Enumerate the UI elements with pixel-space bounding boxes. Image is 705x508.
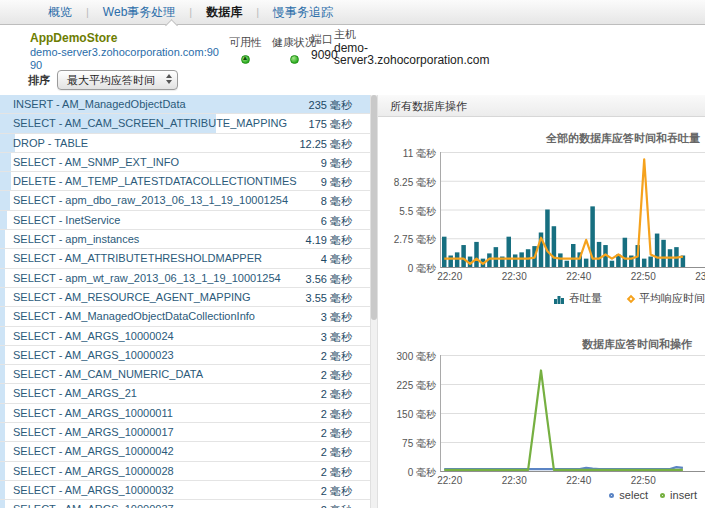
query-row[interactable]: SELECT - AM_CAM_SCREEN_ATTRIBUTE_MAPPING… [0,114,370,133]
scrollbar-thumb[interactable] [371,95,377,320]
chart2-legend: selectinsert [609,489,697,501]
query-name: DELETE - AM_TEMP_LATESTDATACOLLECTIONTIM… [13,175,297,187]
query-name: SELECT - AM_ARGS_10000037 [13,503,174,508]
query-name: SELECT - AM_ManagedObjectDataCollectionI… [13,310,255,322]
query-duration-bar [0,481,5,499]
legend-item-2[interactable]: insert [660,489,697,501]
query-name: SELECT - AM_ARGS_10000042 [13,445,174,457]
query-value: 2 毫秒 [321,407,352,422]
query-row[interactable]: SELECT - AM_ManagedObjectDataCollectionI… [0,307,370,326]
query-row[interactable]: SELECT - AM_ARGS_100000322 毫秒 [0,481,370,500]
x-axis-label: 22:40 [566,271,591,282]
availability-label: 可用性 [229,35,262,50]
tab-strip: 概览|Web事务处理|数据库|慢事务追踪 [34,4,347,21]
query-value: 2 毫秒 [321,503,352,508]
query-row[interactable]: SELECT - AM_SNMP_EXT_INFO9 毫秒 [0,153,370,172]
app-title: AppDemoStore [30,31,117,45]
query-name: SELECT - apm_dbo_raw_2013_06_13_1_19_100… [13,194,288,206]
x-axis-label: 22:30 [502,475,527,486]
query-row[interactable]: SELECT - apm_wt_raw_2013_06_13_1_19_1000… [0,269,370,288]
query-name: SELECT - apm_instances [13,233,139,245]
query-name: SELECT - AM_CAM_NUMERIC_DATA [13,368,203,380]
legend-label: insert [670,489,697,501]
query-row[interactable]: SELECT - AM_ARGS_100000243 毫秒 [0,327,370,346]
query-row[interactable]: SELECT - AM_ARGS_100000112 毫秒 [0,404,370,423]
bar-chart-icon [554,294,564,304]
query-name: SELECT - AM_ARGS_10000032 [13,484,174,496]
sort-selected-option: 最大平均应答时间 [67,73,155,88]
query-duration-bar [0,442,5,460]
query-row[interactable]: SELECT - AM_ARGS_212 毫秒 [0,384,370,403]
vertical-scrollbar[interactable] [370,95,378,508]
query-value: 6 毫秒 [321,214,352,229]
query-duration-bar [0,269,5,287]
query-name: SELECT - AM_SNMP_EXT_INFO [13,156,179,168]
query-row[interactable]: DELETE - AM_TEMP_LATESTDATACOLLECTIONTIM… [0,172,370,191]
query-row[interactable]: SELECT - apm_dbo_raw_2013_06_13_1_19_100… [0,191,370,210]
x-axis-label: 22:30 [502,271,527,282]
query-value: 3 毫秒 [321,310,352,325]
x-axis-label: 23:00 [695,271,705,282]
y-axis-label: 300 毫秒 [378,350,436,364]
y-axis-label: 0 毫秒 [378,262,436,276]
y-axis-label: 75 毫秒 [378,437,436,451]
query-row[interactable]: SELECT - AM_ARGS_100000232 毫秒 [0,346,370,365]
y-axis-label: 0 毫秒 [378,466,436,480]
chart2-svg [441,355,705,471]
sort-label: 排序 [28,73,50,88]
sort-select[interactable]: 最大平均应答时间 [57,70,178,90]
query-row[interactable]: SELECT - apm_instances4.19 毫秒 [0,230,370,249]
query-name: SELECT - InetService [13,214,120,226]
query-row[interactable]: SELECT - AM_ARGS_100000422 毫秒 [0,442,370,461]
query-duration-bar [0,327,5,345]
query-name: SELECT - AM_ATTRIBUTETHRESHOLDMAPPER [13,252,262,264]
chart-response-time-operations: 数据库应答时间和操作 22:2022:3022:4022:50 selectin… [378,337,705,508]
query-row[interactable]: SELECT - AM_ARGS_100000172 毫秒 [0,423,370,442]
query-name: SELECT - AM_CAM_SCREEN_ATTRIBUTE_MAPPING [13,117,287,129]
query-name: SELECT - AM_ARGS_10000017 [13,426,174,438]
query-row[interactable]: SELECT - InetService6 毫秒 [0,211,370,230]
tab-overview[interactable]: 概览 [34,4,86,21]
query-row[interactable]: SELECT - AM_ARGS_100000282 毫秒 [0,462,370,481]
y-axis-label: 5.5 毫秒 [378,205,436,219]
query-row[interactable]: SELECT - AM_ARGS_100000372 毫秒 [0,500,370,508]
select-stepper-icon [166,74,172,84]
panel-header: 所有数据库操作 [378,95,705,117]
y-axis-label: 8.25 毫秒 [378,176,436,190]
query-duration-bar [0,153,11,171]
query-duration-bar [0,462,5,480]
query-name: SELECT - apm_wt_raw_2013_06_13_1_19_1000… [13,272,281,284]
query-row[interactable]: SELECT - AM_CAM_NUMERIC_DATA2 毫秒 [0,365,370,384]
y-axis-label: 11 毫秒 [378,147,436,161]
app-page: 概览|Web事务处理|数据库|慢事务追踪 AppDemoStore demo-s… [0,0,705,508]
database-operations-panel: 所有数据库操作 全部的数据库应答时间和吞吐量 22:2022:3022:4022… [378,95,705,508]
query-row[interactable]: DROP - TABLE12.25 毫秒 [0,134,370,153]
query-value: 175 毫秒 [309,117,352,132]
legend-item-2[interactable]: 平均响应时间 [628,291,705,306]
query-value: 2 毫秒 [321,426,352,441]
query-duration-bar [0,500,5,508]
query-name: SELECT - AM_ARGS_10000024 [13,330,174,342]
query-duration-bar [0,346,5,364]
query-value: 12.25 毫秒 [299,137,352,152]
query-list: INSERT - AM_ManagedObjectData235 毫秒SELEC… [0,95,370,508]
chart1-legend: 吞吐量平均响应时间 [554,291,705,306]
availability-stat: 可用性 ▴ [229,35,262,68]
x-axis-label: 22:20 [437,271,462,282]
availability-status-icon: ▴ [241,55,250,64]
tab-database[interactable]: 数据库 [192,4,256,21]
legend-item-1[interactable]: 吞吐量 [554,291,602,306]
legend-item-1[interactable]: select [609,489,648,501]
query-row[interactable]: INSERT - AM_ManagedObjectData235 毫秒 [0,95,370,114]
chart1-title: 全部的数据库应答时间和吞吐量 [546,131,700,146]
query-row[interactable]: SELECT - AM_RESOURCE_AGENT_MAPPING3.55 毫… [0,288,370,307]
query-row[interactable]: SELECT - AM_ATTRIBUTETHRESHOLDMAPPER4 毫秒 [0,249,370,268]
legend-label: 吞吐量 [569,291,602,306]
query-duration-bar [0,404,5,422]
query-name: SELECT - AM_ARGS_10000011 [13,407,173,419]
main-content: INSERT - AM_ManagedObjectData235 毫秒SELEC… [0,95,705,508]
tab-web-transactions[interactable]: Web事务处理 [89,4,189,21]
query-duration-bar [0,307,5,325]
tab-slow-transaction-trace[interactable]: 慢事务追踪 [259,4,347,21]
health-status-icon [290,55,299,64]
